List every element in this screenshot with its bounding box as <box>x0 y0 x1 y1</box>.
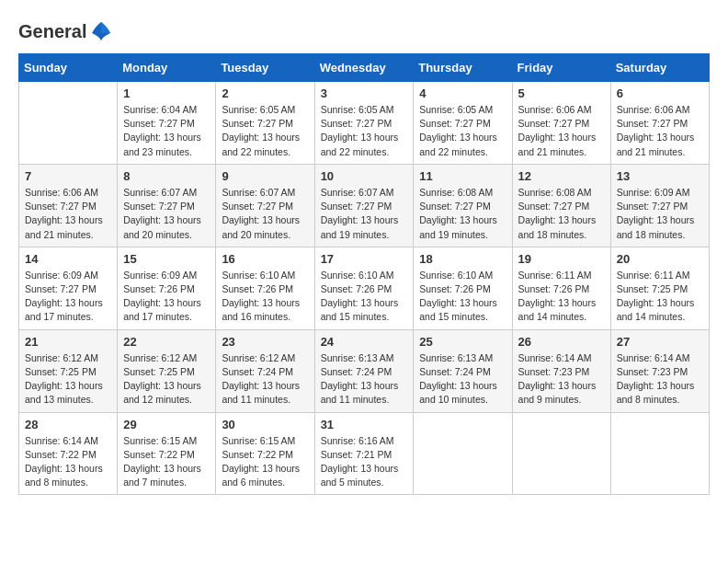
cell-content: Sunrise: 6:16 AMSunset: 7:21 PMDaylight:… <box>321 434 408 490</box>
cell-content: Sunrise: 6:14 AMSunset: 7:23 PMDaylight:… <box>518 351 605 408</box>
calendar-cell: 29Sunrise: 6:15 AMSunset: 7:22 PMDayligh… <box>118 412 216 495</box>
cell-content: Sunrise: 6:11 AMSunset: 7:26 PMDaylight:… <box>518 269 605 325</box>
cell-content: Sunrise: 6:04 AMSunset: 7:27 PMDaylight:… <box>123 103 210 159</box>
cell-content: Sunrise: 6:11 AMSunset: 7:25 PMDaylight:… <box>617 269 703 325</box>
calendar-cell: 8Sunrise: 6:07 AMSunset: 7:27 PMDaylight… <box>118 164 216 247</box>
day-number: 9 <box>222 169 308 183</box>
week-row-2: 7Sunrise: 6:06 AMSunset: 7:27 PMDaylight… <box>19 164 710 247</box>
week-row-1: 1Sunrise: 6:04 AMSunset: 7:27 PMDaylight… <box>19 82 710 165</box>
calendar-cell: 25Sunrise: 6:13 AMSunset: 7:24 PMDayligh… <box>414 329 512 412</box>
calendar-cell: 21Sunrise: 6:12 AMSunset: 7:25 PMDayligh… <box>19 329 118 412</box>
cell-content: Sunrise: 6:07 AMSunset: 7:27 PMDaylight:… <box>123 186 210 242</box>
cell-content: Sunrise: 6:14 AMSunset: 7:22 PMDaylight:… <box>25 434 111 490</box>
day-number: 19 <box>518 252 605 266</box>
day-number: 1 <box>123 86 210 100</box>
weekday-header-thursday: Thursday <box>414 54 512 82</box>
calendar-cell: 14Sunrise: 6:09 AMSunset: 7:27 PMDayligh… <box>19 247 118 329</box>
cell-content: Sunrise: 6:09 AMSunset: 7:26 PMDaylight:… <box>123 269 210 325</box>
day-number: 3 <box>321 86 408 100</box>
cell-content: Sunrise: 6:09 AMSunset: 7:27 PMDaylight:… <box>617 186 703 242</box>
calendar-cell: 23Sunrise: 6:12 AMSunset: 7:24 PMDayligh… <box>216 329 314 412</box>
calendar-cell: 1Sunrise: 6:04 AMSunset: 7:27 PMDaylight… <box>118 82 216 165</box>
logo: General <box>18 18 110 44</box>
day-number: 29 <box>123 418 210 431</box>
day-number: 30 <box>222 418 308 431</box>
calendar-cell <box>610 412 709 495</box>
day-number: 10 <box>321 169 408 183</box>
calendar-cell: 22Sunrise: 6:12 AMSunset: 7:25 PMDayligh… <box>118 329 216 412</box>
day-number: 11 <box>419 169 506 183</box>
calendar-cell: 17Sunrise: 6:10 AMSunset: 7:26 PMDayligh… <box>314 247 414 329</box>
calendar-cell: 30Sunrise: 6:15 AMSunset: 7:22 PMDayligh… <box>216 412 314 495</box>
weekday-header-saturday: Saturday <box>610 54 709 82</box>
day-number: 14 <box>25 252 111 266</box>
cell-content: Sunrise: 6:13 AMSunset: 7:24 PMDaylight:… <box>321 351 408 408</box>
calendar-cell: 24Sunrise: 6:13 AMSunset: 7:24 PMDayligh… <box>314 329 414 412</box>
day-number: 13 <box>617 169 703 183</box>
day-number: 31 <box>321 418 408 431</box>
calendar-cell: 11Sunrise: 6:08 AMSunset: 7:27 PMDayligh… <box>414 164 512 247</box>
cell-content: Sunrise: 6:13 AMSunset: 7:24 PMDaylight:… <box>419 351 506 408</box>
logo-icon <box>88 18 114 44</box>
day-number: 7 <box>25 169 111 183</box>
day-number: 18 <box>419 252 506 266</box>
cell-content: Sunrise: 6:05 AMSunset: 7:27 PMDaylight:… <box>321 103 408 159</box>
week-row-5: 28Sunrise: 6:14 AMSunset: 7:22 PMDayligh… <box>19 412 710 495</box>
calendar-cell: 4Sunrise: 6:05 AMSunset: 7:27 PMDaylight… <box>414 82 512 165</box>
cell-content: Sunrise: 6:14 AMSunset: 7:23 PMDaylight:… <box>617 351 703 408</box>
calendar-cell: 28Sunrise: 6:14 AMSunset: 7:22 PMDayligh… <box>19 412 118 495</box>
weekday-header-friday: Friday <box>512 54 610 82</box>
cell-content: Sunrise: 6:07 AMSunset: 7:27 PMDaylight:… <box>321 186 408 242</box>
calendar-cell <box>414 412 512 495</box>
day-number: 15 <box>123 252 210 266</box>
calendar-cell: 19Sunrise: 6:11 AMSunset: 7:26 PMDayligh… <box>512 247 610 329</box>
calendar-cell: 13Sunrise: 6:09 AMSunset: 7:27 PMDayligh… <box>610 164 709 247</box>
week-row-3: 14Sunrise: 6:09 AMSunset: 7:27 PMDayligh… <box>19 247 710 329</box>
day-number: 12 <box>518 169 605 183</box>
day-number: 5 <box>518 86 605 100</box>
cell-content: Sunrise: 6:10 AMSunset: 7:26 PMDaylight:… <box>419 269 506 325</box>
calendar-cell <box>19 82 118 165</box>
calendar-cell: 12Sunrise: 6:08 AMSunset: 7:27 PMDayligh… <box>512 164 610 247</box>
calendar-cell: 16Sunrise: 6:10 AMSunset: 7:26 PMDayligh… <box>216 247 314 329</box>
page-header: General <box>18 18 710 44</box>
day-number: 23 <box>222 335 308 349</box>
calendar-cell: 6Sunrise: 6:06 AMSunset: 7:27 PMDaylight… <box>610 82 709 165</box>
weekday-header-sunday: Sunday <box>19 54 118 82</box>
day-number: 4 <box>419 86 506 100</box>
week-row-4: 21Sunrise: 6:12 AMSunset: 7:25 PMDayligh… <box>19 329 710 412</box>
cell-content: Sunrise: 6:06 AMSunset: 7:27 PMDaylight:… <box>25 186 111 242</box>
logo-general: General <box>18 21 86 42</box>
weekday-header-monday: Monday <box>118 54 216 82</box>
calendar-cell: 3Sunrise: 6:05 AMSunset: 7:27 PMDaylight… <box>314 82 414 165</box>
cell-content: Sunrise: 6:15 AMSunset: 7:22 PMDaylight:… <box>123 434 210 490</box>
day-number: 22 <box>123 335 210 349</box>
weekday-header-tuesday: Tuesday <box>216 54 314 82</box>
calendar-cell: 15Sunrise: 6:09 AMSunset: 7:26 PMDayligh… <box>118 247 216 329</box>
day-number: 17 <box>321 252 408 266</box>
calendar-cell: 2Sunrise: 6:05 AMSunset: 7:27 PMDaylight… <box>216 82 314 165</box>
cell-content: Sunrise: 6:07 AMSunset: 7:27 PMDaylight:… <box>222 186 308 242</box>
weekday-header-wednesday: Wednesday <box>314 54 414 82</box>
day-number: 16 <box>222 252 308 266</box>
calendar-cell <box>512 412 610 495</box>
day-number: 20 <box>617 252 703 266</box>
cell-content: Sunrise: 6:08 AMSunset: 7:27 PMDaylight:… <box>419 186 506 242</box>
day-number: 28 <box>25 418 111 431</box>
day-number: 26 <box>518 335 605 349</box>
calendar-table: SundayMondayTuesdayWednesdayThursdayFrid… <box>18 53 710 495</box>
calendar-cell: 20Sunrise: 6:11 AMSunset: 7:25 PMDayligh… <box>610 247 709 329</box>
calendar-cell: 18Sunrise: 6:10 AMSunset: 7:26 PMDayligh… <box>414 247 512 329</box>
day-number: 24 <box>321 335 408 349</box>
day-number: 8 <box>123 169 210 183</box>
calendar-cell: 7Sunrise: 6:06 AMSunset: 7:27 PMDaylight… <box>19 164 118 247</box>
calendar-cell: 26Sunrise: 6:14 AMSunset: 7:23 PMDayligh… <box>512 329 610 412</box>
cell-content: Sunrise: 6:12 AMSunset: 7:24 PMDaylight:… <box>222 351 308 408</box>
calendar-cell: 10Sunrise: 6:07 AMSunset: 7:27 PMDayligh… <box>314 164 414 247</box>
cell-content: Sunrise: 6:10 AMSunset: 7:26 PMDaylight:… <box>222 269 308 325</box>
day-number: 27 <box>617 335 703 349</box>
day-number: 25 <box>419 335 506 349</box>
cell-content: Sunrise: 6:06 AMSunset: 7:27 PMDaylight:… <box>617 103 703 159</box>
cell-content: Sunrise: 6:05 AMSunset: 7:27 PMDaylight:… <box>222 103 308 159</box>
cell-content: Sunrise: 6:06 AMSunset: 7:27 PMDaylight:… <box>518 103 605 159</box>
